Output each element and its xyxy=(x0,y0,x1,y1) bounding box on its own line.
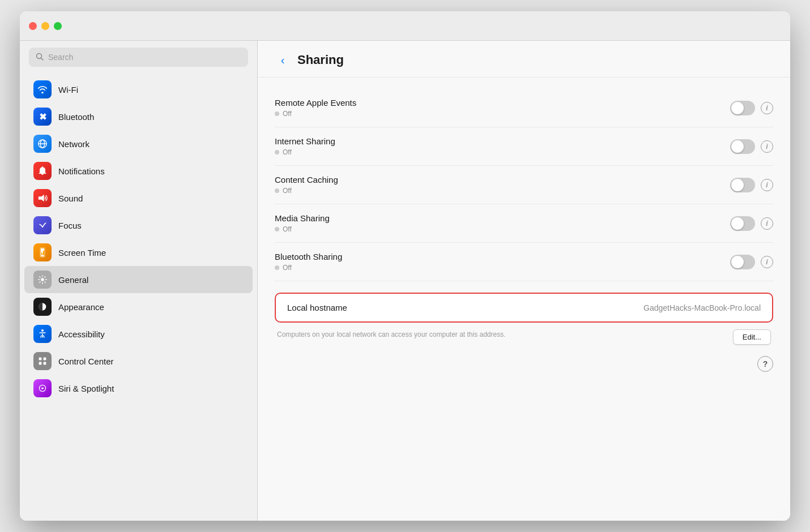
setting-status-remote-apple-events: Off xyxy=(275,110,356,118)
network-icon xyxy=(33,135,52,153)
setting-right-internet-sharing: i xyxy=(730,139,773,154)
info-button-remote-apple-events[interactable]: i xyxy=(761,102,773,114)
sidebar-item-label-focus: Focus xyxy=(58,221,82,230)
setting-row-internet-sharing: Internet Sharing Off i xyxy=(275,127,773,166)
sidebar-item-network[interactable]: Network xyxy=(24,130,253,157)
sidebar-item-notifications[interactable]: Notifications xyxy=(24,157,253,185)
info-button-internet-sharing[interactable]: i xyxy=(761,140,773,153)
status-dot-remote-apple-events xyxy=(275,111,279,116)
setting-left-remote-apple-events: Remote Apple Events Off xyxy=(275,98,356,118)
setting-right-media-sharing: i xyxy=(730,216,773,231)
sidebar-item-wifi[interactable]: Wi-Fi xyxy=(24,76,253,103)
setting-status-text-media-sharing: Off xyxy=(283,225,292,233)
sidebar-item-label-notifications: Notifications xyxy=(58,166,105,176)
status-dot-bluetooth-sharing xyxy=(275,265,279,270)
sidebar-item-focus[interactable]: Focus xyxy=(24,212,253,239)
wifi-icon xyxy=(33,80,52,98)
info-button-bluetooth-sharing[interactable]: i xyxy=(761,256,773,268)
screentime-icon xyxy=(33,243,52,261)
sidebar-item-label-controlcenter: Control Center xyxy=(58,357,114,366)
setting-name-internet-sharing: Internet Sharing xyxy=(275,136,335,146)
sidebar-item-label-general: General xyxy=(58,275,88,285)
svg-rect-14 xyxy=(44,358,46,361)
toggle-bluetooth-sharing[interactable] xyxy=(730,255,755,269)
sidebar-item-bluetooth[interactable]: ✖ Bluetooth xyxy=(24,103,253,130)
setting-status-text-bluetooth-sharing: Off xyxy=(283,264,292,272)
setting-left-content-caching: Content Caching Off xyxy=(275,175,338,195)
sidebar-item-label-screentime: Screen Time xyxy=(58,248,106,258)
siri-icon xyxy=(33,379,52,397)
setting-left-bluetooth-sharing: Bluetooth Sharing Off xyxy=(275,252,342,272)
setting-left-media-sharing: Media Sharing Off xyxy=(275,213,330,233)
search-placeholder: Search xyxy=(48,53,73,62)
svg-rect-15 xyxy=(39,362,42,365)
sidebar-item-controlcenter[interactable]: Control Center xyxy=(24,347,253,375)
setting-row-remote-apple-events: Remote Apple Events Off i xyxy=(275,89,773,127)
toggle-internet-sharing[interactable] xyxy=(730,139,755,154)
detail-panel: ‹ Sharing Remote Apple Events Off xyxy=(258,41,790,521)
accessibility-icon xyxy=(33,325,52,343)
sidebar-item-label-accessibility: Accessibility xyxy=(58,329,105,339)
setting-name-remote-apple-events: Remote Apple Events xyxy=(275,98,356,108)
setting-row-bluetooth-sharing: Bluetooth Sharing Off i xyxy=(275,243,773,281)
detail-body: Remote Apple Events Off i Internet Shari… xyxy=(258,78,790,521)
close-button[interactable] xyxy=(29,22,37,30)
sidebar-item-label-sound: Sound xyxy=(58,194,83,203)
help-section: ? xyxy=(275,345,773,377)
info-button-content-caching[interactable]: i xyxy=(761,179,773,191)
setting-status-media-sharing: Off xyxy=(275,225,330,233)
sidebar-item-sound[interactable]: Sound xyxy=(24,185,253,212)
sound-icon xyxy=(33,189,52,207)
sidebar-item-appearance[interactable]: Appearance xyxy=(24,293,253,320)
sidebar-item-label-appearance: Appearance xyxy=(58,302,104,312)
sidebar-item-label-bluetooth: Bluetooth xyxy=(58,112,94,122)
svg-point-10 xyxy=(41,278,44,281)
back-button[interactable]: ‹ xyxy=(275,52,291,68)
system-preferences-window: Search Wi-Fi ✖ Bluetooth xyxy=(20,11,790,521)
hostname-description: Computers on your local network can acce… xyxy=(277,329,722,340)
setting-status-bluetooth-sharing: Off xyxy=(275,264,342,272)
title-bar xyxy=(20,11,790,41)
main-content: Search Wi-Fi ✖ Bluetooth xyxy=(20,41,790,521)
sidebar-item-general[interactable]: General xyxy=(24,266,253,293)
status-dot-content-caching xyxy=(275,188,279,193)
appearance-icon xyxy=(33,298,52,316)
detail-header: ‹ Sharing xyxy=(258,41,790,78)
status-dot-internet-sharing xyxy=(275,150,279,155)
svg-rect-13 xyxy=(39,358,42,361)
svg-point-12 xyxy=(41,329,44,332)
toggle-remote-apple-events[interactable] xyxy=(730,101,755,115)
search-bar[interactable]: Search xyxy=(29,48,248,67)
setting-row-media-sharing: Media Sharing Off i xyxy=(275,204,773,243)
toggle-content-caching[interactable] xyxy=(730,178,755,192)
minimize-button[interactable] xyxy=(41,22,49,30)
sidebar-item-label-siri: Siri & Spotlight xyxy=(58,384,114,393)
svg-marker-5 xyxy=(39,195,44,201)
page-title: Sharing xyxy=(297,53,344,67)
edit-button[interactable]: Edit... xyxy=(733,329,771,345)
setting-status-text-content-caching: Off xyxy=(283,187,292,195)
setting-right-remote-apple-events: i xyxy=(730,101,773,115)
help-button[interactable]: ? xyxy=(757,356,773,372)
setting-right-content-caching: i xyxy=(730,178,773,192)
hostname-label: Local hostname xyxy=(287,303,347,312)
maximize-button[interactable] xyxy=(54,22,62,30)
general-icon xyxy=(33,271,52,289)
traffic-lights xyxy=(29,22,62,30)
svg-rect-9 xyxy=(43,251,44,255)
setting-status-text-internet-sharing: Off xyxy=(283,148,292,156)
search-icon xyxy=(36,53,44,62)
setting-right-bluetooth-sharing: i xyxy=(730,255,773,269)
sidebar: Search Wi-Fi ✖ Bluetooth xyxy=(20,41,258,521)
sidebar-item-siri[interactable]: Siri & Spotlight xyxy=(24,375,253,402)
toggle-media-sharing[interactable] xyxy=(730,216,755,231)
sidebar-item-accessibility[interactable]: Accessibility xyxy=(24,320,253,347)
sidebar-item-label-network: Network xyxy=(58,139,89,149)
hostname-value: GadgetHacks-MacBook-Pro.local xyxy=(643,303,761,312)
hostname-section: Local hostname GadgetHacks-MacBook-Pro.l… xyxy=(275,293,773,323)
info-button-media-sharing[interactable]: i xyxy=(761,217,773,230)
setting-left-internet-sharing: Internet Sharing Off xyxy=(275,136,335,156)
sidebar-item-screentime[interactable]: Screen Time xyxy=(24,239,253,266)
setting-name-media-sharing: Media Sharing xyxy=(275,213,330,223)
bluetooth-icon: ✖ xyxy=(33,108,52,126)
